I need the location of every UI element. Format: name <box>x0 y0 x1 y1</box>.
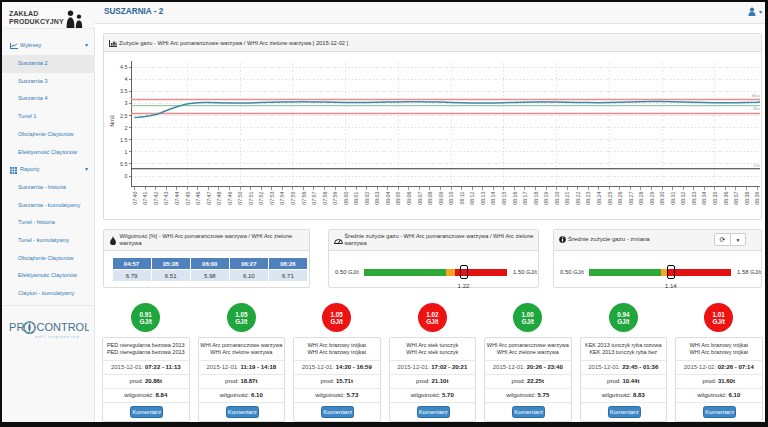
svg-text:08:02: 08:02 <box>364 191 370 204</box>
svg-text:0.5: 0.5 <box>120 161 128 167</box>
svg-text:3: 3 <box>125 100 128 106</box>
svg-text:08:09: 08:09 <box>438 191 444 204</box>
svg-text:08:39: 08:39 <box>754 191 760 204</box>
svg-text:2: 2 <box>125 125 128 131</box>
svg-text:1.5: 1.5 <box>120 137 128 143</box>
svg-text:08:20: 08:20 <box>554 191 560 204</box>
svg-text:07:56: 07:56 <box>301 191 307 204</box>
svg-text:08:07: 08:07 <box>417 191 423 204</box>
svg-text:08:05: 08:05 <box>395 191 401 204</box>
svg-text:08:22: 08:22 <box>575 191 581 204</box>
svg-text:08:29: 08:29 <box>649 191 655 204</box>
svg-text:0: 0 <box>125 173 128 179</box>
svg-text:07:58: 07:58 <box>322 191 328 204</box>
svg-text:4: 4 <box>125 76 128 82</box>
svg-text:08:04: 08:04 <box>385 191 391 204</box>
svg-text:08:06: 08:06 <box>406 191 412 204</box>
svg-text:08:19: 08:19 <box>543 191 549 204</box>
svg-text:08:01: 08:01 <box>353 191 359 204</box>
svg-text:08:33: 08:33 <box>691 191 697 204</box>
svg-text:Min: Min <box>753 106 761 111</box>
svg-text:08:15: 08:15 <box>501 191 507 204</box>
svg-text:07:48: 07:48 <box>216 191 222 204</box>
svg-text:08:23: 08:23 <box>585 191 591 204</box>
svg-text:07:46: 07:46 <box>195 191 201 204</box>
svg-text:07:55: 07:55 <box>290 191 296 204</box>
svg-text:07:47: 07:47 <box>206 191 212 204</box>
svg-text:07:49: 07:49 <box>227 191 233 204</box>
svg-text:07:54: 07:54 <box>279 191 285 204</box>
svg-text:3.5: 3.5 <box>120 88 128 94</box>
svg-text:08:31: 08:31 <box>670 191 676 204</box>
svg-text:2.5: 2.5 <box>120 113 128 119</box>
svg-text:08:18: 08:18 <box>533 191 539 204</box>
svg-text:08:30: 08:30 <box>659 191 665 204</box>
svg-text:08:26: 08:26 <box>617 191 623 204</box>
svg-text:08:11: 08:11 <box>459 191 465 204</box>
svg-text:08:17: 08:17 <box>522 191 528 204</box>
svg-text:07:51: 07:51 <box>248 191 254 204</box>
svg-text:08:34: 08:34 <box>701 191 707 204</box>
svg-text:07:42: 07:42 <box>153 191 159 204</box>
svg-text:07:40: 07:40 <box>132 191 138 204</box>
svg-text:08:14: 08:14 <box>490 191 496 204</box>
svg-text:08:27: 08:27 <box>628 191 634 204</box>
svg-text:08:12: 08:12 <box>469 191 475 204</box>
svg-text:10k: 10k <box>753 163 761 168</box>
svg-text:Nm3: Nm3 <box>109 115 115 126</box>
svg-text:08:13: 08:13 <box>480 191 486 204</box>
svg-text:08:21: 08:21 <box>564 191 570 204</box>
svg-text:well engineered: well engineered <box>35 334 80 339</box>
svg-text:08:37: 08:37 <box>733 191 739 204</box>
svg-text:07:45: 07:45 <box>185 191 191 204</box>
svg-text:07:59: 07:59 <box>332 191 338 204</box>
svg-text:08:10: 08:10 <box>448 191 454 204</box>
svg-text:07:57: 07:57 <box>311 191 317 204</box>
svg-text:08:28: 08:28 <box>638 191 644 204</box>
svg-text:Max: Max <box>752 93 761 98</box>
svg-text:07:44: 07:44 <box>174 191 180 204</box>
svg-text:08:32: 08:32 <box>680 191 686 204</box>
svg-text:PR: PR <box>9 321 25 333</box>
svg-text:4.5: 4.5 <box>120 64 128 70</box>
svg-text:07:43: 07:43 <box>163 191 169 204</box>
svg-text:07:53: 07:53 <box>269 191 275 204</box>
svg-text:CONTROL: CONTROL <box>37 321 90 333</box>
svg-text:08:16: 08:16 <box>512 191 518 204</box>
svg-text:07:50: 07:50 <box>237 191 243 204</box>
svg-text:07:41: 07:41 <box>142 191 148 204</box>
svg-text:07:52: 07:52 <box>258 191 264 204</box>
svg-text:08:24: 08:24 <box>596 191 602 204</box>
svg-text:08:08: 08:08 <box>427 191 433 204</box>
svg-text:1: 1 <box>125 149 128 155</box>
svg-text:08:25: 08:25 <box>607 191 613 204</box>
svg-text:08:00: 08:00 <box>343 191 349 204</box>
svg-text:08:38: 08:38 <box>744 191 750 204</box>
svg-text:08:36: 08:36 <box>723 191 729 204</box>
svg-text:08:03: 08:03 <box>374 191 380 204</box>
svg-text:08:35: 08:35 <box>712 191 718 204</box>
